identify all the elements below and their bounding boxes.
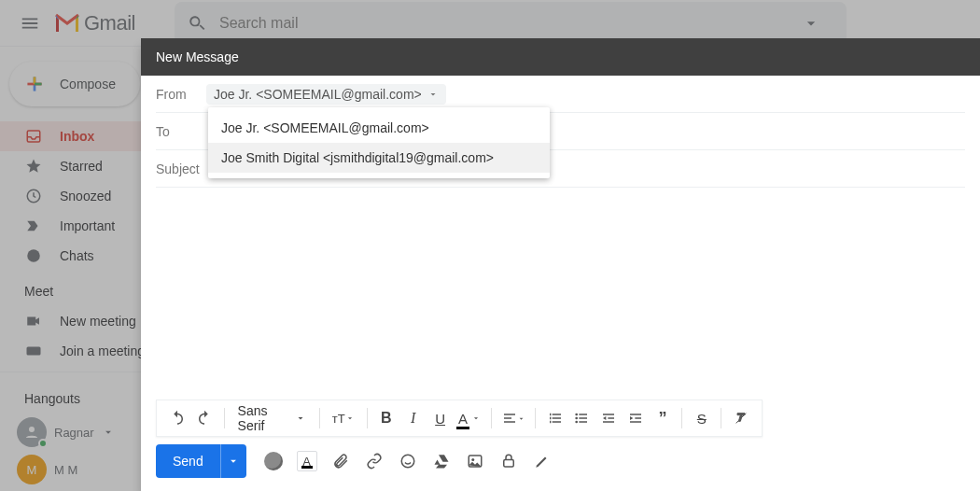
svg-rect-11 [503, 460, 513, 468]
undo-icon [169, 410, 186, 427]
strikethrough-icon: S [697, 411, 707, 427]
compose-action-icons: A [263, 451, 553, 471]
quote-button[interactable]: ” [651, 405, 675, 431]
send-button[interactable]: Send [156, 444, 220, 478]
align-icon [502, 411, 517, 426]
chevron-down-icon [295, 413, 306, 424]
separator [367, 408, 368, 428]
signature-button[interactable] [532, 451, 553, 471]
from-account-dropdown: Joe Jr. <SOMEEMAIL@gmail.com> Joe Smith … [208, 107, 550, 178]
chevron-down-icon [345, 414, 355, 423]
svg-point-5 [576, 414, 579, 416]
compose-title-bar[interactable]: New Message [141, 38, 980, 76]
emoji-icon [399, 453, 416, 470]
emoji-button[interactable] [398, 451, 418, 471]
text-style-button[interactable]: A [297, 451, 317, 471]
redo-button[interactable] [193, 405, 217, 431]
text-color-button[interactable]: A [455, 405, 483, 431]
lock-clock-icon [500, 453, 517, 470]
clear-format-icon [734, 411, 749, 426]
numbered-list-icon [548, 411, 563, 426]
text-color-icon: A [458, 411, 468, 427]
indent-less-icon [601, 411, 616, 426]
redo-icon [196, 410, 213, 427]
send-label: Send [173, 454, 203, 469]
from-account-selector[interactable]: Joe Jr. <SOMEEMAIL@gmail.com> [206, 84, 446, 105]
compose-window: New Message From Joe Jr. <SOMEEMAIL@gmai… [141, 38, 980, 491]
clear-format-button[interactable] [729, 405, 752, 431]
svg-point-6 [576, 417, 579, 420]
underline-icon: U [435, 411, 445, 427]
to-label: To [156, 124, 197, 139]
font-label: Sans Serif [238, 403, 289, 433]
svg-point-7 [576, 421, 579, 424]
chevron-down-icon [227, 455, 240, 468]
bold-icon: B [381, 410, 392, 427]
svg-point-10 [471, 458, 474, 461]
compose-title: New Message [156, 49, 239, 64]
undo-button[interactable] [166, 405, 189, 431]
underline-button[interactable]: U [428, 405, 452, 431]
drive-button[interactable] [431, 451, 452, 471]
separator [535, 408, 536, 428]
font-size-icon: тT [332, 412, 345, 426]
compose-body: From Joe Jr. <SOMEEMAIL@gmail.com> Joe J… [141, 76, 980, 400]
compose-bottom-row: Send A [141, 444, 980, 491]
format-toolbar: Sans Serif тT B I U A ” S [156, 400, 763, 437]
svg-point-8 [401, 455, 414, 468]
image-button[interactable] [465, 451, 485, 471]
paperclip-icon [332, 453, 349, 470]
send-button-group: Send [156, 444, 246, 478]
bold-button[interactable]: B [374, 405, 398, 431]
from-label: From [156, 87, 197, 102]
bullet-list-button[interactable] [570, 405, 594, 431]
drive-icon [433, 453, 450, 470]
image-icon [467, 453, 483, 470]
separator [491, 408, 492, 428]
font-selector[interactable]: Sans Serif [232, 403, 312, 433]
quote-icon: ” [659, 409, 667, 428]
separator [721, 408, 721, 428]
attach-button[interactable] [330, 451, 351, 471]
chevron-down-icon [427, 89, 439, 100]
separator [224, 408, 225, 428]
italic-icon: I [411, 410, 415, 427]
indent-less-button[interactable] [597, 405, 621, 431]
italic-button[interactable]: I [401, 405, 425, 431]
from-dropdown-option[interactable]: Joe Smith Digital <jsmithdigital19@gmail… [208, 143, 550, 173]
link-button[interactable] [364, 451, 385, 471]
subject-label: Subject [156, 161, 200, 176]
indent-more-icon [628, 411, 643, 426]
chevron-down-icon [471, 414, 481, 423]
separator [681, 408, 682, 428]
confidential-button[interactable] [498, 451, 519, 471]
formatting-icon [264, 452, 283, 470]
compose-text-area[interactable] [156, 188, 965, 400]
link-icon [366, 453, 383, 470]
chevron-down-icon [517, 414, 525, 423]
from-field-row: From Joe Jr. <SOMEEMAIL@gmail.com> Joe J… [156, 76, 965, 113]
pen-icon [534, 453, 551, 470]
numbered-list-button[interactable] [543, 405, 567, 431]
indent-more-button[interactable] [624, 405, 648, 431]
formatting-toggle-button[interactable] [263, 451, 284, 471]
send-more-button[interactable] [220, 444, 246, 478]
strikethrough-button[interactable]: S [690, 405, 713, 431]
separator [319, 408, 320, 428]
from-dropdown-option[interactable]: Joe Jr. <SOMEEMAIL@gmail.com> [208, 113, 550, 143]
text-style-icon: A [297, 451, 317, 471]
from-account-value: Joe Jr. <SOMEEMAIL@gmail.com> [214, 87, 422, 102]
bullet-list-icon [574, 411, 589, 426]
align-button[interactable] [499, 405, 527, 431]
font-size-button[interactable]: тT [328, 405, 359, 431]
